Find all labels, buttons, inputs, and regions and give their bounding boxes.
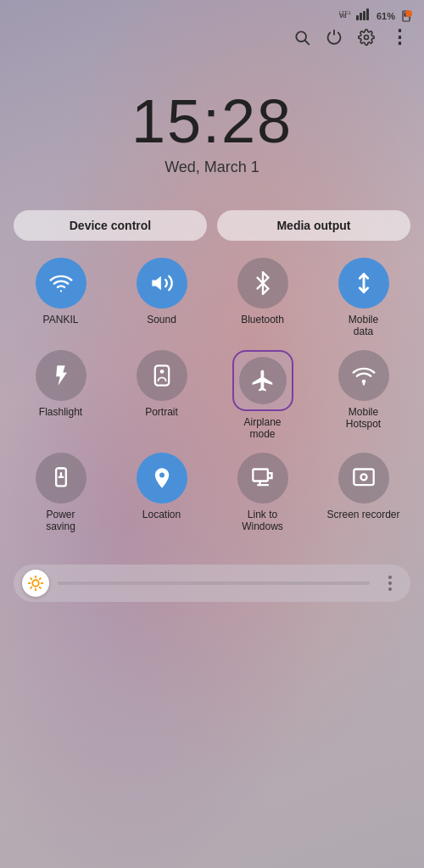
tile-airplane[interactable]: Airplanemode xyxy=(215,350,310,441)
sound-icon-bg xyxy=(137,258,187,309)
tile-bluetooth-label: Bluetooth xyxy=(241,314,284,326)
airplane-icon-bg xyxy=(239,357,287,404)
svg-point-16 xyxy=(159,370,164,374)
settings-icon[interactable] xyxy=(358,29,375,50)
svg-rect-21 xyxy=(253,469,268,481)
tile-sound-label: Sound xyxy=(147,314,176,326)
airplane-selected-border xyxy=(232,350,293,411)
svg-point-24 xyxy=(32,581,39,587)
tile-airplane-label: Airplanemode xyxy=(243,416,281,441)
screenrecorder-icon-bg xyxy=(338,453,389,504)
bluetooth-icon-bg xyxy=(237,258,288,309)
svg-rect-22 xyxy=(354,469,373,485)
tile-linktowindows[interactable]: Link toWindows xyxy=(215,453,310,533)
powersaving-icon-bg xyxy=(36,453,86,504)
tile-wifi[interactable]: PANKIL xyxy=(14,258,108,338)
brightness-more-icon[interactable] xyxy=(378,571,402,595)
mobilehotspot-icon-bg xyxy=(338,350,389,401)
tile-mobiledata[interactable]: Mobiledata xyxy=(316,258,410,338)
portrait-icon-bg xyxy=(137,350,187,401)
search-icon[interactable] xyxy=(293,29,310,50)
power-icon[interactable] xyxy=(326,29,343,50)
svg-rect-2 xyxy=(356,15,359,20)
svg-rect-5 xyxy=(366,8,369,20)
quick-panel: Device control Media output PANKIL Sound… xyxy=(14,210,410,532)
tile-mobiledata-label: Mobiledata xyxy=(349,314,378,338)
media-output-button[interactable]: Media output xyxy=(217,210,410,241)
location-icon-bg xyxy=(137,453,187,504)
brightness-bar[interactable] xyxy=(14,565,410,602)
mobiledata-icon-bg xyxy=(338,258,389,309)
tile-bluetooth[interactable]: Bluetooth xyxy=(215,258,310,338)
svg-line-27 xyxy=(31,579,31,580)
svg-text:61%: 61% xyxy=(377,11,395,21)
brightness-thumb[interactable] xyxy=(22,570,49,597)
tile-portrait[interactable]: Portrait xyxy=(114,350,209,441)
svg-point-12 xyxy=(365,36,369,40)
svg-point-23 xyxy=(360,474,366,480)
svg-line-32 xyxy=(40,579,41,580)
svg-rect-3 xyxy=(360,13,362,20)
svg-point-20 xyxy=(159,472,165,477)
status-icons: Vo LTE1 61% xyxy=(339,8,410,25)
svg-line-11 xyxy=(305,41,310,45)
tile-location[interactable]: Location xyxy=(114,453,209,533)
svg-text:LTE1: LTE1 xyxy=(339,10,352,15)
tile-mobilehotspot-label: MobileHotspot xyxy=(346,406,381,431)
tile-location-label: Location xyxy=(142,509,181,520)
tile-mobilehotspot[interactable]: MobileHotspot xyxy=(316,350,410,441)
tile-flashlight-label: Flashlight xyxy=(39,406,82,418)
tile-flashlight[interactable]: Flashlight xyxy=(14,350,108,441)
tile-powersaving-label: Powersaving xyxy=(46,509,75,533)
tiles-grid: PANKIL Sound Bluetooth Mobiledata xyxy=(14,258,410,532)
svg-line-31 xyxy=(31,587,31,588)
signal-indicator: Vo LTE1 xyxy=(339,8,371,25)
tile-portrait-label: Portrait xyxy=(145,406,178,418)
more-icon[interactable]: ⋮ xyxy=(390,29,409,50)
wifi-icon-bg xyxy=(36,258,86,309)
svg-rect-15 xyxy=(154,365,168,385)
clock-date: Wed, March 1 xyxy=(0,159,424,176)
brightness-track[interactable] xyxy=(58,581,370,585)
svg-line-28 xyxy=(40,587,41,588)
clock-time: 15:28 xyxy=(0,91,424,152)
tile-wifi-label: PANKIL xyxy=(43,314,79,326)
svg-marker-13 xyxy=(152,276,161,290)
device-control-button[interactable]: Device control xyxy=(14,210,207,241)
flashlight-icon-bg xyxy=(36,350,86,401)
tile-screenrecorder-label: Screen recorder xyxy=(326,509,399,520)
status-bar: Vo LTE1 61% xyxy=(0,0,424,29)
notification-dot xyxy=(405,10,412,17)
control-buttons-row: Device control Media output xyxy=(14,210,410,241)
tile-screenrecorder[interactable]: Screen recorder xyxy=(316,453,410,533)
tile-sound[interactable]: Sound xyxy=(114,258,209,338)
linktowindows-icon-bg xyxy=(237,453,288,504)
clock-section: 15:28 Wed, March 1 xyxy=(0,57,424,193)
tile-linktowindows-label: Link toWindows xyxy=(242,509,283,533)
svg-rect-4 xyxy=(363,11,365,20)
tile-powersaving[interactable]: Powersaving xyxy=(14,453,108,533)
